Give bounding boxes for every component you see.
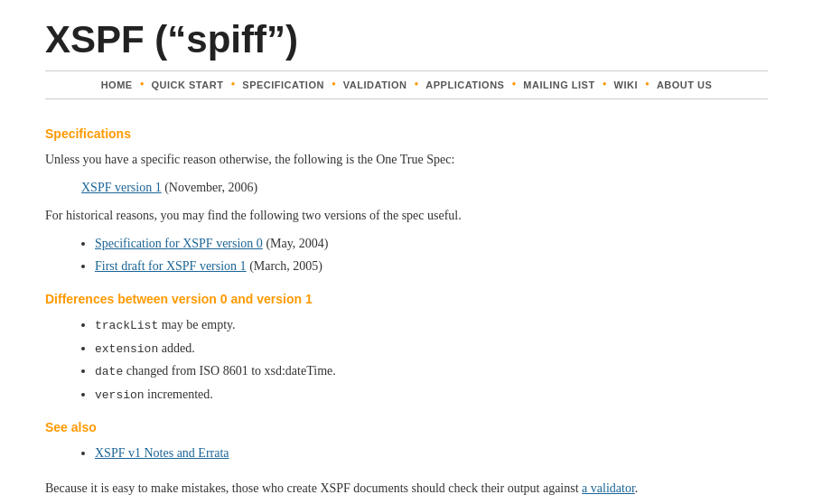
site-title: XSPF (“spiff”) [45,18,768,61]
diff-code: version [95,388,145,402]
nav-item-quick-start[interactable]: QUICK START [152,79,224,90]
historical-text: For historical reasons, you may find the… [45,206,768,225]
nav-dot: • [414,79,418,91]
specifications-heading: Specifications [45,126,768,141]
list-item: trackList may be empty. [95,315,768,335]
xspf-v1-ref: XSPF version 1 (November, 2006) [81,178,768,197]
see-also-link[interactable]: XSPF v1 Notes and Errata [95,446,229,460]
diff-code: trackList [95,319,158,332]
nav-item-mailing-list[interactable]: MAILING LIST [523,79,594,90]
list-item: extension added. [95,339,768,359]
nav-dot: • [511,79,516,91]
nav-item-applications[interactable]: APPLICATIONS [425,79,504,90]
intro-text: Unless you have a specific reason otherw… [45,150,768,169]
xspf-v1-date: (November, 2006) [162,181,257,194]
validator-link[interactable]: a validator [582,481,635,495]
nav: HOME•QUICK START•SPECIFICATION•VALIDATIO… [45,70,768,99]
diff-code: extension [95,342,158,356]
closing-text: Because it is easy to make mistakes, tho… [45,479,768,498]
list-item: First draft for XSPF version 1 (March, 2… [95,257,768,275]
diff-text: may be empty. [158,318,235,331]
nav-item-about-us[interactable]: ABOUT US [657,79,712,90]
xspf-v1-link[interactable]: XSPF version 1 [81,181,162,194]
closing-before: Because it is easy to make mistakes, tho… [45,481,582,495]
list-item: Specification for XSPF version 0 (May, 2… [95,234,768,253]
diff-text: changed from ISO 8601 to xsd:dateTime. [123,364,336,378]
nav-item-specification[interactable]: SPECIFICATION [242,79,324,90]
nav-item-wiki[interactable]: WIKI [614,79,638,90]
diff-code: date [95,365,123,378]
closing-after: . [635,481,639,495]
nav-dot: • [332,79,336,91]
list-item: date changed from ISO 8601 to xsd:dateTi… [95,361,768,381]
diff-heading: Differences between version 0 and versio… [45,292,768,306]
see-also-heading: See also [45,420,768,434]
diff-text: incremented. [145,387,213,401]
list-item: XSPF v1 Notes and Errata [95,443,768,462]
main-content: Specifications Unless you have a specifi… [0,108,813,504]
nav-item-validation[interactable]: VALIDATION [343,79,407,90]
nav-dot: • [140,79,145,91]
see-also-list: XSPF v1 Notes and Errata [95,443,768,462]
nav-item-home[interactable]: HOME [101,79,133,90]
spec-date: (March, 2005) [247,259,322,273]
diff-text: added. [158,341,194,355]
nav-dot: • [603,79,607,91]
spec-versions-list: Specification for XSPF version 0 (May, 2… [95,234,768,275]
spec-link[interactable]: First draft for XSPF version 1 [95,259,247,273]
list-item: version incremented. [95,385,768,405]
nav-dot: • [645,79,649,91]
spec-link[interactable]: Specification for XSPF version 0 [95,237,263,250]
nav-dot: • [230,79,235,91]
spec-date: (May, 2004) [263,237,329,250]
diff-list: trackList may be empty.extension added.d… [95,315,768,404]
